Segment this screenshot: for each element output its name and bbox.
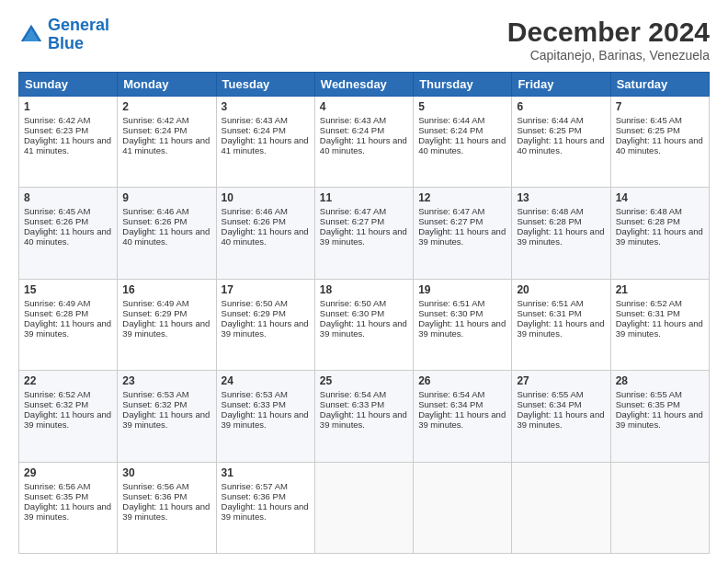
calendar-cell: 3 Sunrise: 6:43 AM Sunset: 6:24 PM Dayli… — [216, 97, 314, 188]
sunset-label: Sunset: 6:24 PM — [122, 125, 187, 135]
daylight-label: Daylight: 11 hours and 39 minutes. — [418, 409, 506, 430]
sunrise-label: Sunrise: 6:44 AM — [517, 115, 583, 125]
sunset-label: Sunset: 6:28 PM — [517, 216, 581, 226]
sunrise-label: Sunrise: 6:56 AM — [122, 481, 188, 491]
calendar-cell: 11 Sunrise: 6:47 AM Sunset: 6:27 PM Dayl… — [314, 188, 413, 279]
sunset-label: Sunset: 6:31 PM — [616, 308, 680, 318]
calendar-cell: 10 Sunrise: 6:46 AM Sunset: 6:26 PM Dayl… — [216, 188, 314, 279]
sunrise-label: Sunrise: 6:54 AM — [418, 389, 484, 399]
sunset-label: Sunset: 6:27 PM — [320, 216, 384, 226]
calendar-cell: 24 Sunrise: 6:53 AM Sunset: 6:33 PM Dayl… — [216, 371, 314, 462]
daylight-label: Daylight: 11 hours and 39 minutes. — [222, 409, 309, 430]
day-number: 24 — [222, 374, 310, 387]
calendar-cell: 5 Sunrise: 6:44 AM Sunset: 6:24 PM Dayli… — [414, 97, 512, 188]
sunrise-label: Sunrise: 6:43 AM — [320, 115, 386, 125]
sunset-label: Sunset: 6:32 PM — [122, 399, 187, 409]
calendar-week-5: 29 Sunrise: 6:56 AM Sunset: 6:35 PM Dayl… — [19, 462, 710, 553]
day-number: 15 — [24, 283, 112, 296]
sunset-label: Sunset: 6:25 PM — [616, 125, 680, 135]
daylight-label: Daylight: 11 hours and 40 minutes. — [616, 135, 703, 155]
daylight-label: Daylight: 11 hours and 40 minutes. — [517, 135, 604, 155]
calendar-cell — [314, 462, 413, 553]
day-number: 7 — [616, 100, 704, 113]
calendar-cell: 28 Sunrise: 6:55 AM Sunset: 6:35 PM Dayl… — [610, 371, 709, 462]
calendar-cell: 14 Sunrise: 6:48 AM Sunset: 6:28 PM Dayl… — [610, 188, 709, 279]
sunset-label: Sunset: 6:28 PM — [616, 216, 680, 226]
daylight-label: Daylight: 11 hours and 39 minutes. — [24, 501, 111, 522]
sunrise-label: Sunrise: 6:57 AM — [222, 481, 288, 491]
sunrise-label: Sunrise: 6:55 AM — [616, 389, 682, 399]
sunset-label: Sunset: 6:26 PM — [122, 216, 187, 226]
day-number: 21 — [616, 283, 704, 296]
sunset-label: Sunset: 6:27 PM — [418, 216, 483, 226]
daylight-label: Daylight: 11 hours and 41 minutes. — [222, 135, 309, 155]
sunset-label: Sunset: 6:25 PM — [517, 125, 581, 135]
calendar-cell: 22 Sunrise: 6:52 AM Sunset: 6:32 PM Dayl… — [19, 371, 118, 462]
daylight-label: Daylight: 11 hours and 39 minutes. — [122, 409, 210, 430]
daylight-label: Daylight: 11 hours and 40 minutes. — [24, 226, 111, 247]
day-number: 28 — [616, 374, 704, 387]
day-number: 4 — [320, 100, 408, 113]
daylight-label: Daylight: 11 hours and 39 minutes. — [222, 501, 309, 522]
logo-icon — [18, 22, 44, 48]
calendar-cell: 18 Sunrise: 6:50 AM Sunset: 6:30 PM Dayl… — [314, 279, 413, 370]
day-number: 14 — [616, 191, 704, 204]
sunrise-label: Sunrise: 6:43 AM — [222, 115, 288, 125]
day-number: 20 — [517, 283, 605, 296]
day-number: 23 — [122, 374, 210, 387]
sunset-label: Sunset: 6:29 PM — [122, 308, 187, 318]
calendar-cell: 19 Sunrise: 6:51 AM Sunset: 6:30 PM Dayl… — [414, 279, 512, 370]
sunset-label: Sunset: 6:30 PM — [320, 308, 384, 318]
sunrise-label: Sunrise: 6:42 AM — [24, 115, 90, 125]
calendar-cell: 17 Sunrise: 6:50 AM Sunset: 6:29 PM Dayl… — [216, 279, 314, 370]
calendar-cell: 8 Sunrise: 6:45 AM Sunset: 6:26 PM Dayli… — [19, 188, 118, 279]
day-number: 17 — [222, 283, 310, 296]
calendar-cell: 4 Sunrise: 6:43 AM Sunset: 6:24 PM Dayli… — [314, 97, 413, 188]
daylight-label: Daylight: 11 hours and 40 minutes. — [418, 135, 506, 155]
day-number: 25 — [320, 374, 408, 387]
calendar-cell: 6 Sunrise: 6:44 AM Sunset: 6:25 PM Dayli… — [512, 97, 610, 188]
calendar-cell: 29 Sunrise: 6:56 AM Sunset: 6:35 PM Dayl… — [19, 462, 118, 553]
calendar-cell — [414, 462, 512, 553]
sunset-label: Sunset: 6:32 PM — [24, 399, 88, 409]
calendar-cell: 1 Sunrise: 6:42 AM Sunset: 6:23 PM Dayli… — [19, 97, 118, 188]
main-title: December 2024 — [507, 17, 710, 48]
sunset-label: Sunset: 6:26 PM — [222, 216, 286, 226]
logo-blue: Blue — [48, 34, 84, 52]
calendar-cell: 27 Sunrise: 6:55 AM Sunset: 6:34 PM Dayl… — [512, 371, 610, 462]
header: General Blue December 2024 Capitanejo, B… — [18, 17, 710, 63]
daylight-label: Daylight: 11 hours and 39 minutes. — [517, 226, 604, 247]
sunrise-label: Sunrise: 6:46 AM — [122, 206, 188, 216]
day-number: 31 — [222, 466, 310, 479]
calendar-cell: 15 Sunrise: 6:49 AM Sunset: 6:28 PM Dayl… — [19, 279, 118, 370]
sunrise-label: Sunrise: 6:53 AM — [222, 389, 288, 399]
sunrise-label: Sunrise: 6:47 AM — [418, 206, 484, 216]
daylight-label: Daylight: 11 hours and 41 minutes. — [122, 135, 210, 155]
daylight-label: Daylight: 11 hours and 40 minutes. — [222, 226, 309, 247]
day-number: 3 — [222, 100, 310, 113]
calendar-cell: 26 Sunrise: 6:54 AM Sunset: 6:34 PM Dayl… — [414, 371, 512, 462]
calendar-cell: 21 Sunrise: 6:52 AM Sunset: 6:31 PM Dayl… — [610, 279, 709, 370]
col-header-tuesday: Tuesday — [216, 73, 314, 97]
sunrise-label: Sunrise: 6:47 AM — [320, 206, 386, 216]
calendar-cell — [512, 462, 610, 553]
daylight-label: Daylight: 11 hours and 39 minutes. — [222, 318, 309, 339]
day-number: 9 — [122, 191, 210, 204]
col-header-friday: Friday — [512, 73, 610, 97]
day-number: 13 — [517, 191, 605, 204]
day-number: 12 — [418, 191, 506, 204]
subtitle: Capitanejo, Barinas, Venezuela — [507, 48, 710, 63]
daylight-label: Daylight: 11 hours and 39 minutes. — [517, 409, 604, 430]
calendar-cell — [610, 462, 709, 553]
day-number: 5 — [418, 100, 506, 113]
daylight-label: Daylight: 11 hours and 41 minutes. — [24, 135, 111, 155]
daylight-label: Daylight: 11 hours and 40 minutes. — [320, 135, 407, 155]
sunset-label: Sunset: 6:23 PM — [24, 125, 88, 135]
col-header-thursday: Thursday — [414, 73, 512, 97]
sunrise-label: Sunrise: 6:49 AM — [24, 298, 90, 308]
sunset-label: Sunset: 6:34 PM — [418, 399, 483, 409]
daylight-label: Daylight: 11 hours and 39 minutes. — [320, 318, 407, 339]
day-number: 8 — [24, 191, 112, 204]
day-number: 18 — [320, 283, 408, 296]
calendar-cell: 25 Sunrise: 6:54 AM Sunset: 6:33 PM Dayl… — [314, 371, 413, 462]
